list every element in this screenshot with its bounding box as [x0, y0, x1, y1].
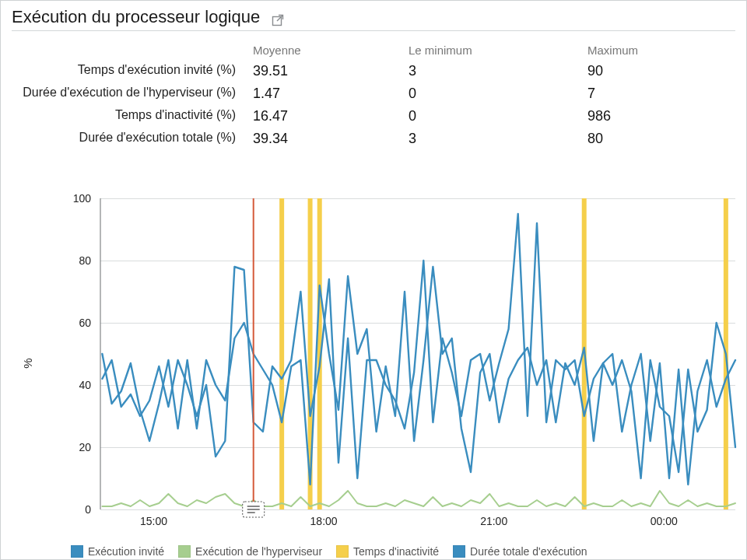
- cell: 3: [409, 131, 587, 147]
- chart-svg: 02040608010015:0018:0021:0000:00: [23, 194, 740, 533]
- legend-item[interactable]: Exécution de l'hyperviseur: [178, 545, 322, 558]
- y-axis-label: %: [21, 358, 34, 368]
- cell: 90: [587, 63, 728, 79]
- legend-swatch: [71, 545, 83, 558]
- legend-label: Exécution de l'hyperviseur: [195, 545, 322, 558]
- cell: 80: [587, 131, 728, 147]
- row-label: Durée d'exécution de l'hyperviseur (%): [19, 86, 253, 100]
- cell: 3: [409, 63, 587, 79]
- legend-item[interactable]: Durée totale d'exécution: [453, 545, 587, 558]
- svg-text:80: 80: [79, 254, 91, 267]
- row-label: Temps d'exécution invité (%): [19, 63, 253, 77]
- svg-text:60: 60: [79, 317, 91, 329]
- col-header-avg: Moyenne: [253, 44, 409, 57]
- legend-item[interactable]: Exécution invité: [71, 545, 164, 558]
- svg-text:100: 100: [73, 194, 92, 205]
- svg-text:15:00: 15:00: [140, 515, 167, 527]
- svg-text:40: 40: [79, 379, 91, 391]
- col-header-max: Maximum: [587, 44, 728, 57]
- panel-title: Exécution du processeur logique: [12, 7, 260, 27]
- legend-swatch: [178, 545, 191, 558]
- svg-text:18:00: 18:00: [310, 515, 338, 527]
- cell: 16.47: [253, 108, 409, 124]
- svg-text:0: 0: [85, 503, 91, 516]
- svg-text:20: 20: [79, 441, 91, 453]
- svg-rect-19: [279, 198, 284, 509]
- cell: 39.34: [253, 131, 409, 147]
- legend-label: Exécution invité: [88, 545, 164, 558]
- legend-swatch: [336, 545, 349, 558]
- row-label: Temps d'inactivité (%): [19, 108, 253, 122]
- cell: 0: [409, 108, 587, 124]
- col-header-min: Le minimum: [409, 44, 587, 57]
- stats-table: Moyenne Le minimum Maximum Temps d'exécu…: [1, 36, 746, 150]
- svg-text:21:00: 21:00: [480, 515, 507, 527]
- time-marker-note-icon[interactable]: [243, 502, 265, 517]
- cell: 7: [587, 86, 728, 102]
- svg-text:00:00: 00:00: [651, 515, 678, 527]
- title-bar: Exécution du processeur logique: [1, 1, 746, 30]
- cell: 0: [409, 86, 587, 102]
- row-label: Durée d'exécution totale (%): [19, 131, 253, 145]
- open-external-icon[interactable]: [271, 13, 285, 27]
- cell: 986: [587, 108, 728, 124]
- legend: Exécution invité Exécution de l'hypervis…: [71, 545, 740, 558]
- legend-label: Temps d'inactivité: [353, 545, 439, 558]
- legend-item[interactable]: Temps d'inactivité: [336, 545, 439, 558]
- cell: 1.47: [253, 86, 409, 102]
- legend-swatch: [453, 545, 465, 558]
- legend-label: Durée totale d'exécution: [470, 545, 587, 558]
- divider: [12, 30, 735, 31]
- cell: 39.51: [253, 63, 409, 79]
- chart: % 02040608010015:0018:0021:0000:00: [23, 194, 740, 533]
- panel: Exécution du processeur logique Moyenne …: [0, 0, 747, 560]
